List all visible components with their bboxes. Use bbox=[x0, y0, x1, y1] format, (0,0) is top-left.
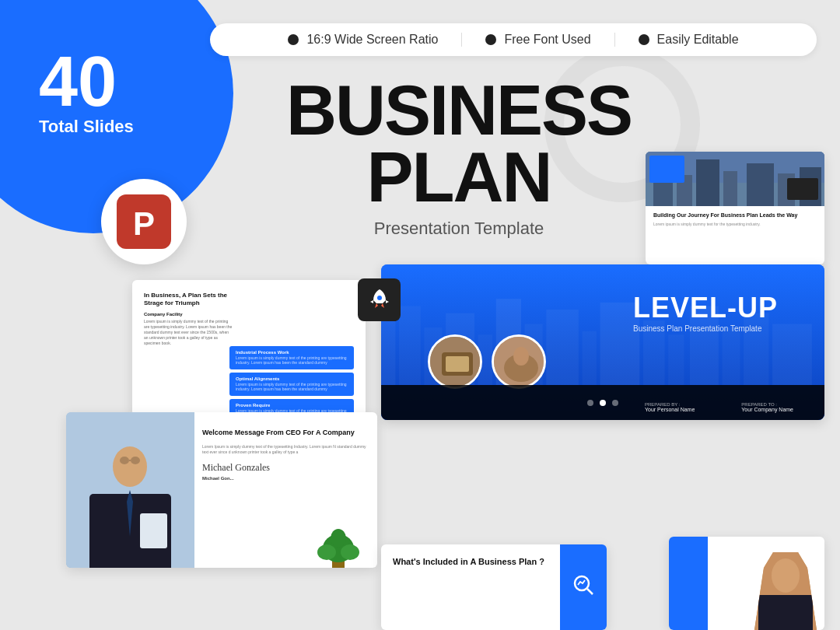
prepared-to-name: Your Company Name bbox=[741, 407, 793, 412]
slide1-item3-title: Proven Require bbox=[236, 403, 348, 408]
slide-preview-person-right[interactable] bbox=[669, 537, 824, 630]
magnify-chart-icon bbox=[572, 574, 594, 596]
slide1-heading: In Business, A Plan Sets the Strage for … bbox=[144, 292, 233, 308]
svg-point-18 bbox=[377, 296, 382, 300]
pill-dot-2 bbox=[485, 34, 496, 45]
pill-dot-3 bbox=[639, 34, 649, 45]
slide2-circle-1 bbox=[428, 334, 482, 389]
slide3-signature: Michael Gonzales bbox=[202, 462, 369, 474]
svg-rect-7 bbox=[723, 171, 737, 206]
feature-pills-bar: 16:9 Wide Screen Ratio Free Font Used Ea… bbox=[210, 23, 817, 56]
prepared-by: PREPARED BY : Your Personal Name bbox=[645, 402, 695, 412]
slide3-text-content: Welcome Message From CEO For A Company L… bbox=[202, 428, 369, 481]
svg-rect-59 bbox=[758, 595, 813, 630]
ppt-icon-circle: P bbox=[101, 179, 187, 264]
slide2-circle-2 bbox=[492, 334, 546, 389]
svg-rect-33 bbox=[722, 327, 740, 385]
slides-label: Total Slides bbox=[39, 117, 134, 137]
main-title-block: BUSINESS PLAN Presentation Template bbox=[233, 78, 684, 239]
pill-widescreen: 16:9 Wide Screen Ratio bbox=[264, 33, 462, 47]
slide3-name: Michael Gon... bbox=[202, 476, 369, 481]
slide3-heading: Welcome Message From CEO For A Company bbox=[202, 428, 369, 438]
prepared-by-name: Your Personal Name bbox=[645, 407, 695, 412]
person-right-svg bbox=[754, 552, 817, 630]
powerpoint-icon: P bbox=[117, 194, 171, 249]
main-title-heading: BUSINESS PLAN bbox=[233, 78, 684, 211]
pill-free-font-label: Free Font Used bbox=[504, 33, 590, 47]
stats-block: 40 Total Slides bbox=[39, 47, 134, 137]
title-line2: PLAN bbox=[367, 138, 551, 216]
pill-widescreen-label: 16:9 Wide Screen Ratio bbox=[306, 33, 438, 47]
svg-point-53 bbox=[341, 544, 359, 560]
svg-rect-21 bbox=[399, 306, 421, 385]
slide-preview-process[interactable]: In Business, A Plan Sets the Strage for … bbox=[132, 280, 366, 416]
pill-free-font: Free Font Used bbox=[462, 33, 614, 47]
svg-rect-31 bbox=[668, 334, 684, 385]
svg-rect-20 bbox=[381, 320, 395, 385]
slide1-right-panel: Industrial Process Work Lorem ipsum is s… bbox=[229, 346, 354, 416]
rocket-badge bbox=[358, 278, 401, 321]
slide2-bottom-bar: PREPARED BY : Your Personal Name PREPARE… bbox=[381, 385, 824, 420]
pill-editable-label: Easily Editable bbox=[657, 33, 739, 47]
slide1-item2-desc: Lorem ipsum is simply dummy text of the … bbox=[236, 382, 348, 392]
slide2-dots bbox=[587, 400, 618, 406]
pill-editable: Easily Editable bbox=[615, 33, 762, 47]
svg-rect-8 bbox=[747, 163, 774, 206]
slide1-item1-title: Industrial Process Work bbox=[236, 350, 348, 355]
slide1-item-2: Optimal Alignments Lorem ipsum is simply… bbox=[229, 373, 354, 396]
hands-svg-2 bbox=[494, 337, 546, 389]
slide1-item2-title: Optimal Alignments bbox=[236, 376, 348, 381]
slide2-subtitle: Business Plan Presentation Template bbox=[633, 324, 778, 333]
slide2-circles bbox=[428, 334, 546, 389]
svg-rect-35 bbox=[772, 324, 812, 385]
slide1-item-1: Industrial Process Work Lorem ipsum is s… bbox=[229, 346, 354, 369]
svg-rect-49 bbox=[140, 513, 167, 548]
slide4-blue-strip bbox=[560, 544, 607, 630]
svg-rect-6 bbox=[696, 159, 719, 206]
slides-number: 40 bbox=[39, 47, 134, 117]
slide3-plant-decoration bbox=[315, 529, 362, 568]
main-subtitle: Presentation Template bbox=[233, 219, 684, 239]
dot-3 bbox=[612, 400, 618, 406]
slide2-title: LEVEL-UP bbox=[633, 292, 778, 324]
slide3-person-photo bbox=[66, 412, 194, 568]
dot-1 bbox=[587, 400, 593, 406]
coffee-svg bbox=[430, 337, 482, 389]
svg-text:P: P bbox=[133, 205, 155, 242]
svg-line-56 bbox=[587, 589, 593, 594]
rocket-icon bbox=[367, 288, 392, 313]
prepared-to: PREPARED TO : Your Company Name bbox=[741, 402, 793, 412]
svg-point-43 bbox=[113, 446, 147, 487]
svg-point-58 bbox=[772, 558, 800, 593]
pill-dot-1 bbox=[288, 34, 299, 45]
svg-point-47 bbox=[131, 457, 140, 464]
slide1-item1-desc: Lorem ipsum is simply dummy text of the … bbox=[236, 355, 348, 366]
svg-point-41 bbox=[513, 347, 529, 366]
prepared-section: PREPARED BY : Your Personal Name PREPARE… bbox=[645, 402, 793, 412]
slide3-lorem: Lorem Ipsum is simply dummy text of the … bbox=[202, 444, 369, 456]
slide2-text-content: LEVEL-UP Business Plan Presentation Temp… bbox=[633, 292, 778, 333]
person-svg bbox=[66, 412, 194, 568]
svg-rect-28 bbox=[582, 331, 596, 385]
slide1-blue-items: Industrial Process Work Lorem ipsum is s… bbox=[229, 346, 354, 416]
slide5-black-accent bbox=[787, 178, 818, 200]
svg-point-54 bbox=[331, 529, 346, 548]
slide6-blue-side bbox=[669, 537, 708, 630]
slide1-company-label: Company Facility bbox=[144, 312, 233, 317]
svg-point-52 bbox=[317, 544, 336, 560]
plant-svg bbox=[315, 529, 362, 568]
svg-rect-38 bbox=[446, 356, 469, 372]
svg-point-46 bbox=[120, 457, 129, 464]
slide1-desc: Lorem ipsum is simply dummy text of the … bbox=[144, 319, 233, 346]
svg-rect-27 bbox=[546, 310, 579, 385]
slide4-search-icon bbox=[572, 574, 594, 600]
slide1-left: In Business, A Plan Sets the Strage for … bbox=[144, 292, 233, 346]
slide-preview-whats-included[interactable]: What's Included in A Business Plan ? bbox=[381, 544, 607, 630]
slide-preview-levelup[interactable]: LEVEL-UP Business Plan Presentation Temp… bbox=[381, 264, 824, 420]
slide-preview-ceo[interactable]: Welcome Message From CEO For A Company L… bbox=[66, 412, 377, 568]
dot-2 bbox=[600, 400, 606, 406]
slide6-person-figure bbox=[754, 552, 817, 630]
